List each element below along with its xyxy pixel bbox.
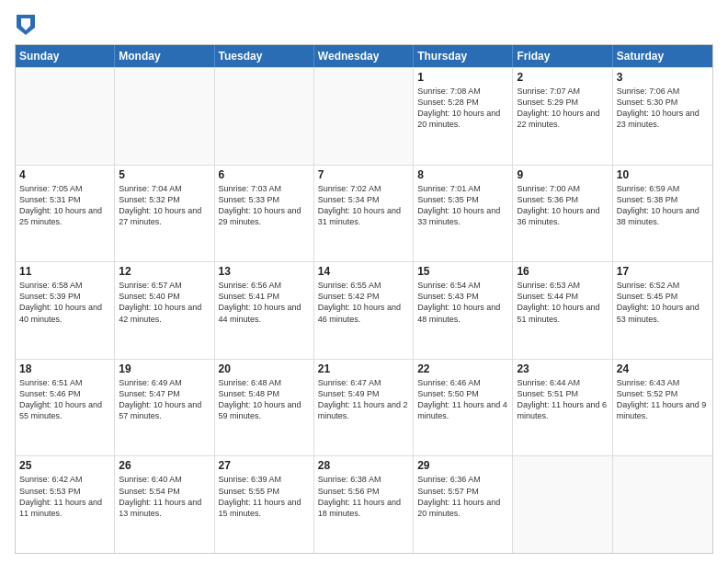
cell-info: Sunrise: 6:52 AM Sunset: 5:45 PM Dayligh…: [617, 280, 709, 325]
day-cell-6: 6Sunrise: 7:03 AM Sunset: 5:33 PM Daylig…: [215, 166, 314, 262]
calendar-row-4: 18Sunrise: 6:51 AM Sunset: 5:46 PM Dayli…: [16, 359, 712, 456]
day-cell-3: 3Sunrise: 7:06 AM Sunset: 5:30 PM Daylig…: [613, 68, 712, 165]
cell-info: Sunrise: 6:39 AM Sunset: 5:55 PM Dayligh…: [219, 474, 310, 519]
cell-info: Sunrise: 7:02 AM Sunset: 5:34 PM Dayligh…: [318, 183, 409, 228]
day-cell-14: 14Sunrise: 6:55 AM Sunset: 5:42 PM Dayli…: [314, 262, 414, 359]
cell-info: Sunrise: 6:38 AM Sunset: 5:56 PM Dayligh…: [318, 474, 409, 519]
day-number: 12: [119, 265, 210, 278]
empty-cell: [115, 68, 214, 165]
cell-info: Sunrise: 7:03 AM Sunset: 5:33 PM Dayligh…: [219, 183, 310, 228]
day-cell-9: 9Sunrise: 7:00 AM Sunset: 5:36 PM Daylig…: [513, 166, 612, 262]
cell-info: Sunrise: 6:59 AM Sunset: 5:38 PM Dayligh…: [617, 183, 709, 228]
empty-cell: [513, 456, 612, 553]
cell-info: Sunrise: 6:48 AM Sunset: 5:48 PM Dayligh…: [219, 377, 310, 422]
cell-info: Sunrise: 6:58 AM Sunset: 5:39 PM Dayligh…: [19, 280, 110, 325]
day-number: 28: [318, 459, 409, 472]
day-cell-4: 4Sunrise: 7:05 AM Sunset: 5:31 PM Daylig…: [16, 166, 115, 262]
day-number: 23: [517, 362, 608, 375]
day-header-saturday: Saturday: [613, 45, 712, 67]
day-number: 10: [617, 168, 709, 181]
cell-info: Sunrise: 7:08 AM Sunset: 5:28 PM Dayligh…: [417, 86, 508, 131]
day-cell-7: 7Sunrise: 7:02 AM Sunset: 5:34 PM Daylig…: [314, 166, 414, 262]
day-number: 3: [617, 71, 709, 84]
day-cell-23: 23Sunrise: 6:44 AM Sunset: 5:51 PM Dayli…: [513, 360, 612, 456]
day-cell-15: 15Sunrise: 6:54 AM Sunset: 5:43 PM Dayli…: [414, 262, 513, 359]
calendar-row-1: 1Sunrise: 7:08 AM Sunset: 5:28 PM Daylig…: [16, 67, 712, 165]
day-cell-22: 22Sunrise: 6:46 AM Sunset: 5:50 PM Dayli…: [414, 360, 513, 456]
day-cell-8: 8Sunrise: 7:01 AM Sunset: 5:35 PM Daylig…: [414, 166, 513, 262]
cell-info: Sunrise: 7:00 AM Sunset: 5:36 PM Dayligh…: [517, 183, 608, 228]
cell-info: Sunrise: 6:36 AM Sunset: 5:57 PM Dayligh…: [417, 474, 508, 519]
logo-icon: [17, 15, 35, 35]
day-header-friday: Friday: [513, 45, 612, 67]
day-number: 19: [119, 362, 210, 375]
day-number: 18: [19, 362, 110, 375]
cell-info: Sunrise: 7:07 AM Sunset: 5:29 PM Dayligh…: [517, 86, 608, 131]
day-cell-5: 5Sunrise: 7:04 AM Sunset: 5:32 PM Daylig…: [115, 166, 214, 262]
day-header-monday: Monday: [115, 45, 214, 67]
calendar-row-2: 4Sunrise: 7:05 AM Sunset: 5:31 PM Daylig…: [16, 165, 712, 262]
day-cell-16: 16Sunrise: 6:53 AM Sunset: 5:44 PM Dayli…: [513, 262, 612, 359]
empty-cell: [613, 456, 712, 553]
cell-info: Sunrise: 6:42 AM Sunset: 5:53 PM Dayligh…: [19, 474, 110, 519]
day-cell-1: 1Sunrise: 7:08 AM Sunset: 5:28 PM Daylig…: [414, 68, 513, 165]
day-number: 4: [19, 168, 110, 181]
day-cell-13: 13Sunrise: 6:56 AM Sunset: 5:41 PM Dayli…: [215, 262, 314, 359]
calendar-row-3: 11Sunrise: 6:58 AM Sunset: 5:39 PM Dayli…: [16, 261, 712, 359]
cell-info: Sunrise: 6:55 AM Sunset: 5:42 PM Dayligh…: [318, 280, 409, 325]
day-header-wednesday: Wednesday: [314, 45, 414, 67]
day-number: 8: [417, 168, 508, 181]
day-number: 9: [517, 168, 608, 181]
day-number: 5: [119, 168, 210, 181]
day-number: 21: [318, 362, 409, 375]
day-cell-29: 29Sunrise: 6:36 AM Sunset: 5:57 PM Dayli…: [414, 456, 513, 553]
day-cell-2: 2Sunrise: 7:07 AM Sunset: 5:29 PM Daylig…: [513, 68, 612, 165]
day-header-tuesday: Tuesday: [215, 45, 314, 67]
page: SundayMondayTuesdayWednesdayThursdayFrid…: [0, 0, 728, 563]
calendar: SundayMondayTuesdayWednesdayThursdayFrid…: [15, 44, 713, 554]
cell-info: Sunrise: 7:01 AM Sunset: 5:35 PM Dayligh…: [417, 183, 508, 228]
day-number: 24: [617, 362, 709, 375]
day-number: 1: [417, 71, 508, 84]
cell-info: Sunrise: 6:57 AM Sunset: 5:40 PM Dayligh…: [119, 280, 210, 325]
calendar-body: 1Sunrise: 7:08 AM Sunset: 5:28 PM Daylig…: [16, 67, 712, 553]
day-number: 14: [318, 265, 409, 278]
cell-info: Sunrise: 6:44 AM Sunset: 5:51 PM Dayligh…: [517, 377, 608, 422]
day-number: 22: [417, 362, 508, 375]
header: [15, 15, 713, 35]
day-number: 13: [219, 265, 310, 278]
empty-cell: [314, 68, 414, 165]
day-cell-27: 27Sunrise: 6:39 AM Sunset: 5:55 PM Dayli…: [215, 456, 314, 553]
day-cell-17: 17Sunrise: 6:52 AM Sunset: 5:45 PM Dayli…: [613, 262, 712, 359]
day-number: 17: [617, 265, 709, 278]
day-cell-12: 12Sunrise: 6:57 AM Sunset: 5:40 PM Dayli…: [115, 262, 214, 359]
cell-info: Sunrise: 6:49 AM Sunset: 5:47 PM Dayligh…: [119, 377, 210, 422]
empty-cell: [16, 68, 115, 165]
cell-info: Sunrise: 6:54 AM Sunset: 5:43 PM Dayligh…: [417, 280, 508, 325]
day-number: 16: [517, 265, 608, 278]
logo: [15, 15, 35, 35]
day-header-thursday: Thursday: [414, 45, 513, 67]
day-cell-24: 24Sunrise: 6:43 AM Sunset: 5:52 PM Dayli…: [613, 360, 712, 456]
cell-info: Sunrise: 7:06 AM Sunset: 5:30 PM Dayligh…: [617, 86, 709, 131]
cell-info: Sunrise: 6:43 AM Sunset: 5:52 PM Dayligh…: [617, 377, 709, 422]
cell-info: Sunrise: 6:53 AM Sunset: 5:44 PM Dayligh…: [517, 280, 608, 325]
day-number: 29: [417, 459, 508, 472]
day-cell-11: 11Sunrise: 6:58 AM Sunset: 5:39 PM Dayli…: [16, 262, 115, 359]
day-number: 6: [219, 168, 310, 181]
cell-info: Sunrise: 7:05 AM Sunset: 5:31 PM Dayligh…: [19, 183, 110, 228]
day-number: 7: [318, 168, 409, 181]
day-cell-18: 18Sunrise: 6:51 AM Sunset: 5:46 PM Dayli…: [16, 360, 115, 456]
calendar-header: SundayMondayTuesdayWednesdayThursdayFrid…: [16, 45, 712, 67]
day-number: 20: [219, 362, 310, 375]
day-number: 27: [219, 459, 310, 472]
cell-info: Sunrise: 6:40 AM Sunset: 5:54 PM Dayligh…: [119, 474, 210, 519]
day-header-sunday: Sunday: [16, 45, 115, 67]
day-number: 15: [417, 265, 508, 278]
day-number: 2: [517, 71, 608, 84]
day-number: 26: [119, 459, 210, 472]
cell-info: Sunrise: 6:56 AM Sunset: 5:41 PM Dayligh…: [219, 280, 310, 325]
day-cell-20: 20Sunrise: 6:48 AM Sunset: 5:48 PM Dayli…: [215, 360, 314, 456]
day-cell-28: 28Sunrise: 6:38 AM Sunset: 5:56 PM Dayli…: [314, 456, 414, 553]
day-cell-25: 25Sunrise: 6:42 AM Sunset: 5:53 PM Dayli…: [16, 456, 115, 553]
